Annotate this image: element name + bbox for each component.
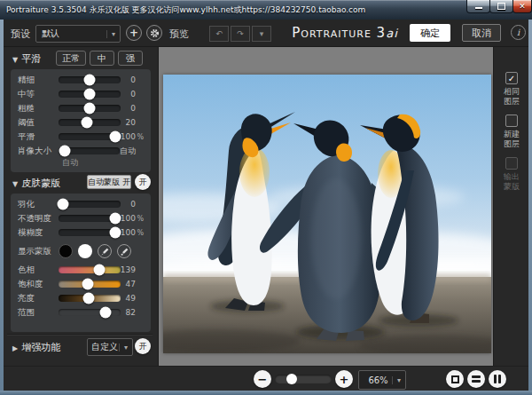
- slider-row-latitude: 范围 82: [11, 305, 151, 320]
- smoothing-section-header: ▼平滑 正常 中 强: [4, 49, 156, 68]
- ok-button[interactable]: 确定: [410, 24, 450, 42]
- plus-icon: +: [340, 373, 349, 386]
- zoom-slider-knob[interactable]: [286, 374, 297, 384]
- add-preset-button[interactable]: +: [126, 25, 142, 41]
- close-button[interactable]: ✕: [512, 0, 532, 13]
- coarse-slider[interactable]: [59, 105, 121, 112]
- maximize-button[interactable]: [489, 0, 513, 13]
- zoom-level-dropdown[interactable]: 66% ▾: [358, 370, 406, 390]
- zoom-out-button[interactable]: −: [254, 370, 271, 388]
- fine-slider[interactable]: [59, 76, 121, 83]
- slider-knob[interactable]: [82, 279, 93, 290]
- info-button[interactable]: i: [511, 25, 526, 40]
- opacity-slider[interactable]: [59, 215, 121, 222]
- preview-image-penguins[interactable]: [163, 75, 491, 353]
- minus-icon: −: [258, 373, 268, 386]
- plugin-window: Portraiture 3.5.3504 永乐汉化版 更多汉化访问www.ylh…: [0, 0, 532, 395]
- saturation-slider[interactable]: [59, 280, 121, 288]
- eyedropper-button[interactable]: [98, 244, 112, 258]
- split-vertical-view-button[interactable]: [489, 370, 506, 388]
- slider-knob[interactable]: [110, 227, 121, 239]
- mask-white-swatch[interactable]: [78, 244, 92, 258]
- chevron-down-icon: ▾: [106, 30, 120, 38]
- portrait-size-slider[interactable]: [59, 147, 120, 154]
- slider-label: 粗糙: [18, 103, 59, 115]
- label-line: 蒙版: [494, 182, 529, 192]
- output-option-same-layer[interactable]: ✓ 相同 图层: [494, 72, 529, 107]
- slider-knob[interactable]: [82, 117, 93, 129]
- output-option-new-layer[interactable]: 新建 图层: [494, 115, 529, 149]
- cancel-button[interactable]: 取消: [462, 24, 501, 42]
- smoothing-preset-normal-button[interactable]: 正常: [56, 51, 86, 66]
- skin-mask-power-toggle[interactable]: 开: [135, 174, 151, 190]
- luminance-slider[interactable]: [59, 295, 121, 302]
- same-layer-checkbox[interactable]: ✓: [505, 72, 518, 84]
- single-view-button[interactable]: [446, 370, 464, 388]
- output-option-output-mask[interactable]: 输出 蒙版: [494, 157, 529, 192]
- check-icon: ✓: [508, 74, 515, 83]
- undo-button[interactable]: ↶: [209, 26, 229, 42]
- slider-label: 不透明度: [18, 213, 59, 225]
- smoothing-preset-medium-button[interactable]: 中: [90, 51, 114, 66]
- slider-knob[interactable]: [84, 89, 96, 100]
- slider-knob[interactable]: [100, 307, 112, 319]
- chevron-down-icon: ▾: [260, 29, 264, 38]
- slider-row-fuzziness: 模糊度 100%: [11, 225, 151, 240]
- redo-button[interactable]: ↷: [231, 26, 250, 42]
- info-icon: i: [517, 28, 520, 37]
- fuzziness-slider[interactable]: [59, 229, 121, 236]
- adjustments-panel: ▼平滑 正常 中 强 精细 0 中等 0 粗糙: [4, 47, 156, 366]
- slider-knob[interactable]: [94, 265, 106, 276]
- enhance-title[interactable]: ▶增强功能: [12, 341, 60, 354]
- slider-row-hue: 色相 139: [11, 263, 151, 277]
- enhance-preset-dropdown[interactable]: 自定义 ▾: [87, 338, 133, 356]
- preset-dropdown[interactable]: 默认 ▾: [35, 25, 121, 43]
- hue-slider[interactable]: [59, 266, 121, 273]
- preview-label: 预览: [169, 28, 189, 41]
- slider-knob[interactable]: [59, 146, 70, 157]
- history-menu-button[interactable]: ▾: [252, 26, 271, 42]
- slider-row-threshold: 阈值 20: [11, 115, 151, 130]
- slider-unit: %: [136, 215, 144, 223]
- slider-knob[interactable]: [57, 199, 68, 210]
- minimize-icon: [475, 7, 482, 9]
- title-bar[interactable]: Portraiture 3.5.3504 永乐汉化版 更多汉化访问www.ylh…: [0, 0, 532, 20]
- slider-knob[interactable]: [84, 103, 96, 115]
- slider-knob[interactable]: [83, 293, 95, 304]
- slider-knob[interactable]: [110, 213, 121, 225]
- feather-slider[interactable]: [59, 201, 121, 208]
- zoom-slider[interactable]: [275, 375, 332, 383]
- preview-canvas[interactable]: [158, 47, 493, 366]
- slider-label: 中等: [18, 89, 59, 100]
- chevron-down-icon: ▾: [119, 344, 132, 352]
- chevron-down-icon: ▾: [392, 376, 405, 384]
- split-horizontal-view-button[interactable]: [467, 370, 485, 388]
- smoothness-slider[interactable]: [59, 133, 121, 140]
- new-layer-checkbox[interactable]: [505, 115, 518, 127]
- zoom-in-button[interactable]: +: [335, 370, 353, 388]
- slider-knob[interactable]: [110, 131, 121, 143]
- slider-value-wrap: 0: [121, 200, 144, 209]
- smoothing-title[interactable]: ▼平滑: [12, 52, 41, 66]
- minimize-button[interactable]: [466, 0, 490, 13]
- slider-value-wrap: 82: [121, 308, 144, 317]
- preset-label: 预设: [11, 28, 30, 41]
- mask-black-swatch[interactable]: [59, 244, 73, 258]
- slider-unit: %: [136, 229, 144, 237]
- auto-mask-button[interactable]: 自动蒙版 开: [87, 175, 131, 189]
- preset-settings-button[interactable]: [146, 25, 162, 41]
- skin-mask-title[interactable]: ▼皮肤蒙版: [12, 177, 60, 190]
- latitude-slider[interactable]: [59, 309, 121, 316]
- slider-knob[interactable]: [84, 75, 96, 86]
- enhance-power-toggle[interactable]: 开: [135, 338, 151, 354]
- output-mask-label: 输出 蒙版: [494, 172, 529, 192]
- zoom-level-value: 66%: [359, 375, 392, 385]
- medium-slider[interactable]: [59, 91, 121, 98]
- output-mask-checkbox[interactable]: [505, 157, 518, 170]
- threshold-slider[interactable]: [59, 119, 121, 126]
- eyedropper-add-button[interactable]: [117, 244, 131, 258]
- smoothing-preset-strong-button[interactable]: 强: [118, 51, 143, 66]
- slider-value: 100: [121, 214, 136, 223]
- slider-label: 精细: [18, 75, 59, 86]
- split-horizontal-icon: [472, 375, 481, 383]
